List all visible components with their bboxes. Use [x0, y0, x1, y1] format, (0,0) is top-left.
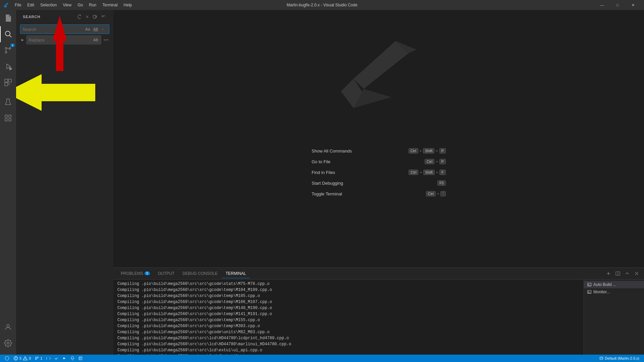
maximize-panel-button[interactable] [623, 269, 631, 278]
search-row: Aa AB .* [20, 24, 109, 34]
menu-view[interactable]: View [60, 2, 74, 8]
match-case-button[interactable]: Aa [84, 26, 91, 33]
terminal-line: Compiling .pio\build\mega2560\src\src\gc… [117, 323, 580, 329]
status-arrow[interactable] [60, 355, 68, 362]
minimize-button[interactable]: — [594, 0, 610, 10]
tab-debug-console[interactable]: DEBUG CONSOLE [178, 269, 222, 278]
activity-testing[interactable] [0, 94, 16, 110]
status-remote[interactable] [3, 355, 11, 362]
extensions-icon [4, 78, 12, 86]
terminal-line: Compiling .pio\build\mega2560\src\src\gc… [117, 293, 580, 299]
replace-input[interactable] [29, 38, 91, 43]
collapse-icon [101, 14, 106, 19]
open-editor-icon [93, 14, 98, 19]
menu-file[interactable]: File [12, 2, 24, 8]
tab-terminal-label: TERMINAL [226, 271, 246, 276]
tab-terminal[interactable]: TERMINAL [222, 269, 250, 278]
svg-rect-16 [93, 15, 96, 18]
terminal-tab-auto-build[interactable]: Auto Build ... [584, 281, 644, 288]
close-button[interactable]: ✕ [625, 0, 641, 10]
maximize-button[interactable]: □ [610, 0, 625, 10]
menu-edit[interactable]: Edit [24, 2, 37, 8]
activity-extensions[interactable] [0, 74, 16, 90]
errors-count: 5 [19, 356, 21, 360]
collapse-all-button[interactable] [100, 13, 107, 20]
shortcuts-section: Show All Commands Ctrl + Shift + P Go to… [312, 148, 446, 196]
use-regex-button[interactable]: .* [100, 26, 107, 33]
terminal-line: Compiling .pio\build\mega2560\src\src\gc… [117, 305, 580, 311]
window-controls: — □ ✕ [594, 0, 641, 10]
shortcut-keys-debug: F5 [437, 180, 446, 186]
activity-settings[interactable] [0, 335, 16, 351]
key-backtick: ` [440, 191, 446, 196]
terminal-content: Compiling .pio\build\mega2560\src\src\gc… [113, 280, 644, 355]
key-ctrl: Ctrl [409, 148, 418, 154]
split-icon [615, 271, 620, 276]
shortcut-label-debug: Start Debugging [312, 181, 343, 186]
split-terminal-button[interactable] [614, 269, 622, 278]
terminal-tab-icon-2 [587, 290, 591, 294]
svg-point-15 [7, 342, 9, 344]
new-terminal-button[interactable] [604, 269, 612, 278]
branch-icon [35, 356, 39, 360]
tab-output[interactable]: OUTPUT [154, 269, 178, 278]
key-ctrl-4: Ctrl [426, 191, 436, 196]
key-shift-2: Shift [423, 170, 435, 175]
bell-icon [70, 356, 74, 360]
close-panel-button[interactable] [633, 269, 641, 278]
sidebar-header-actions [76, 13, 107, 20]
terminal-line: Compiling .pio\build\mega2560\src\src\lc… [117, 347, 580, 353]
replace-row: ▶ AB [20, 35, 109, 45]
svg-rect-13 [9, 119, 11, 121]
activity-account[interactable] [0, 319, 16, 335]
replace-all-button[interactable]: AB [92, 37, 99, 43]
shortcut-label-find: Find in Files [312, 170, 335, 175]
menu-terminal[interactable]: Terminal [100, 2, 120, 8]
svg-rect-7 [5, 79, 8, 82]
status-bell[interactable] [68, 355, 76, 362]
status-errors[interactable]: 5 0 [11, 355, 33, 362]
shortcut-keys-terminal: Ctrl + ` [426, 191, 446, 196]
open-in-editor-button[interactable] [92, 13, 99, 20]
status-git-branch[interactable]: 1 [33, 355, 44, 362]
menu-bar: File Edit Selection View Go Run Terminal… [12, 2, 135, 8]
activity-search[interactable] [0, 26, 16, 42]
chevron-up-icon [625, 271, 630, 276]
clear-results-button[interactable] [84, 13, 91, 20]
check-icon [54, 356, 58, 360]
terminal-output[interactable]: Compiling .pio\build\mega2560\src\src\gc… [113, 280, 584, 355]
shortcut-label-goto: Go to File [312, 159, 330, 164]
activity-marlin[interactable] [0, 110, 16, 126]
shortcut-row-debug: Start Debugging F5 [312, 180, 446, 186]
menu-help[interactable]: Help [121, 2, 135, 8]
activity-explorer[interactable] [0, 10, 16, 26]
settings-icon [4, 339, 12, 347]
svg-rect-31 [600, 357, 603, 360]
refresh-results-button[interactable] [76, 13, 83, 20]
editor-area: Show All Commands Ctrl + Shift + P Go to… [113, 10, 644, 355]
status-checkmark[interactable] [52, 355, 60, 362]
status-branch-name[interactable]: Default (Marlin-2.0.x) [597, 356, 641, 360]
layout-icon [78, 356, 83, 360]
activity-run[interactable]: ▶ [0, 58, 16, 74]
tab-problems[interactable]: PROBLEMS 5 [117, 269, 154, 278]
warnings-count: 0 [29, 356, 31, 360]
svg-point-28 [36, 359, 37, 360]
tab-output-label: OUTPUT [158, 271, 174, 276]
warning-icon [23, 356, 28, 361]
activity-source-control[interactable]: 1 [0, 42, 16, 58]
toggle-replace-button[interactable]: ▶ [20, 38, 25, 42]
search-options-button[interactable] [103, 37, 109, 43]
svg-text:▶: ▶ [10, 68, 11, 70]
menu-selection[interactable]: Selection [38, 2, 59, 8]
menu-run[interactable]: Run [86, 2, 99, 8]
status-sync[interactable] [44, 355, 52, 362]
search-input[interactable] [22, 27, 83, 32]
files-icon [4, 14, 12, 22]
panel-tabs: PROBLEMS 5 OUTPUT DEBUG CONSOLE TERMINAL [113, 268, 644, 280]
match-whole-word-button[interactable]: AB [92, 26, 99, 33]
status-layout[interactable] [76, 355, 85, 362]
terminal-tab-monitor[interactable]: Monitor... [584, 288, 644, 296]
menu-go[interactable]: Go [75, 2, 86, 8]
match-case-label: Aa [85, 27, 90, 31]
